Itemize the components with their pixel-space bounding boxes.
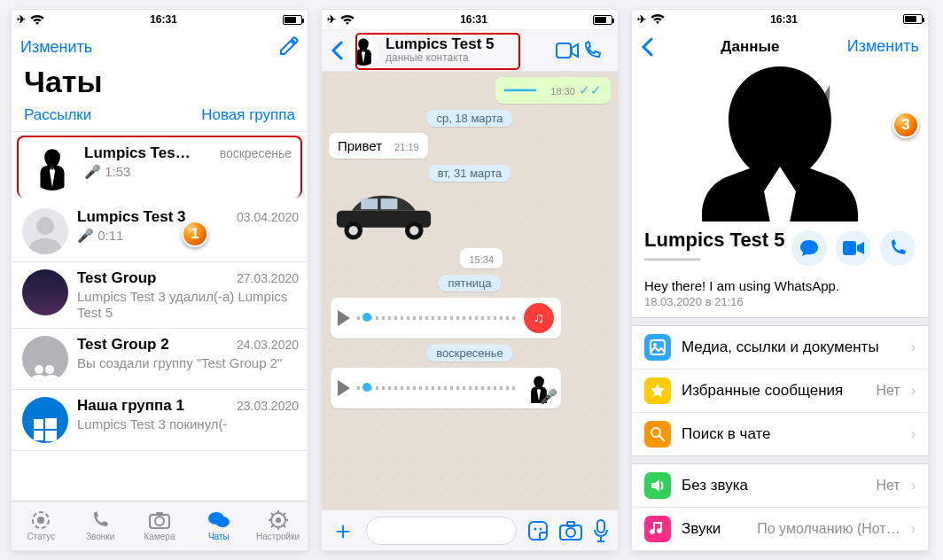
date-separator: ср, 18 марта (427, 110, 511, 127)
gear-icon (267, 510, 290, 530)
date-separator: вт, 31 марта (429, 165, 511, 182)
camera-icon (148, 510, 171, 530)
newgroup-link[interactable]: Новая группа (201, 106, 295, 124)
broadcast-link[interactable]: Рассылки (24, 106, 91, 124)
svg-rect-27 (361, 198, 378, 209)
search-icon (644, 421, 671, 447)
music-badge-icon: ♫ (524, 303, 554, 333)
input-toolbar: ＋ (322, 509, 618, 550)
video-call-icon[interactable] (556, 43, 582, 58)
call-icon[interactable] (582, 41, 609, 60)
sender-avatar: 🎤 (524, 373, 554, 403)
step-badge-1: 1 (182, 221, 208, 247)
chat-search[interactable]: Поиск в чате › (632, 413, 928, 455)
play-icon[interactable] (338, 380, 350, 396)
svg-point-9 (37, 517, 44, 524)
sticker-car[interactable] (331, 188, 437, 243)
voice-waveform[interactable] (357, 316, 517, 320)
voice-waveform[interactable] (357, 386, 517, 390)
mic-icon[interactable] (593, 519, 609, 542)
message-out[interactable]: ━━━━ 18:30 ✓✓ (495, 77, 611, 104)
wifi-icon (340, 15, 355, 25)
edit-button[interactable]: Изменить (847, 37, 919, 56)
highlight-box (355, 33, 520, 70)
svg-rect-4 (34, 419, 43, 429)
svg-point-43 (653, 343, 657, 346)
avatar (22, 208, 68, 254)
chat-name: Lumpics Tes… (84, 144, 191, 162)
chat-list: Lumpics Tes… воскресенье 🎤 1:53 1 Lumpic… (12, 132, 308, 501)
svg-rect-39 (597, 520, 604, 533)
about-date: 18.03.2020 в 21:16 (632, 295, 928, 317)
tab-bar: Статус Звонки Камера Чаты Настройки (12, 501, 308, 550)
avatar (29, 144, 75, 191)
svg-point-32 (409, 226, 418, 235)
svg-rect-25 (557, 43, 571, 58)
back-button[interactable] (331, 41, 348, 60)
status-icon (29, 510, 52, 530)
speaker-icon (644, 472, 671, 499)
svg-point-11 (155, 517, 164, 525)
tab-calls[interactable]: Звонки (71, 502, 130, 550)
chat-body[interactable]: ━━━━ 18:30 ✓✓ ср, 18 марта Привет21:19 в… (322, 72, 618, 509)
tab-settings[interactable]: Настройки (248, 502, 308, 550)
mute-row[interactable]: Без звука Нет › (632, 464, 928, 508)
back-button[interactable] (641, 37, 653, 57)
date-separator: пятница (439, 275, 500, 292)
svg-point-3 (45, 365, 54, 374)
chats-icon (207, 510, 230, 530)
profile-photo[interactable] (632, 65, 928, 222)
tab-camera[interactable]: Камера (130, 502, 190, 550)
tab-status[interactable]: Статус (12, 502, 71, 550)
status-bar: ✈︎ 16:31 (322, 10, 618, 29)
svg-rect-28 (381, 198, 398, 209)
svg-rect-6 (34, 431, 43, 440)
message-input[interactable] (366, 517, 517, 545)
attach-icon[interactable]: ＋ (331, 514, 355, 548)
chat-row[interactable]: Lumpics Test 3 03.04.2020 🎤 0:11 (12, 201, 308, 262)
status-bar: ✈︎ 16:31 (12, 10, 308, 29)
svg-line-24 (283, 513, 285, 516)
svg-point-14 (215, 517, 230, 527)
page-title: Данные (653, 38, 847, 56)
svg-point-34 (534, 527, 537, 530)
avatar (22, 269, 68, 315)
mic-icon: 🎤 (84, 164, 101, 179)
wifi-icon (30, 15, 44, 25)
chevron-right-icon: › (911, 339, 916, 355)
sticker-icon[interactable] (527, 520, 549, 541)
avatar (22, 397, 68, 443)
svg-line-22 (283, 525, 285, 527)
status-bar: ✈︎ 16:31 (632, 10, 928, 29)
video-button[interactable] (836, 230, 871, 266)
wifi-icon (651, 14, 665, 24)
camera-icon[interactable] (559, 521, 582, 541)
svg-rect-42 (651, 340, 665, 354)
chat-row[interactable]: Lumpics Tes… воскресенье 🎤 1:53 (17, 136, 302, 198)
voice-message[interactable]: ♫ (331, 298, 561, 338)
avatar (22, 336, 68, 382)
chat-row[interactable]: Test Group 2 24.03.2020 Вы создали групп… (12, 329, 308, 390)
message-in[interactable]: Привет21:19 (329, 133, 428, 159)
voice-message[interactable]: 🎤 (331, 368, 561, 408)
chat-row[interactable]: Test Group 27.03.2020 Lumpics Test 3 уда… (12, 262, 308, 329)
step-badge-3: 3 (892, 112, 919, 138)
media-links-docs[interactable]: Медиа, ссылки и документы › (632, 326, 928, 369)
sounds-row[interactable]: Звуки По умолчанию (Нот… › (632, 508, 928, 550)
call-button[interactable] (880, 230, 916, 266)
tab-chats[interactable]: Чаты (189, 502, 248, 550)
svg-point-1 (36, 217, 54, 235)
battery-icon (593, 15, 612, 25)
message-button[interactable] (791, 230, 827, 266)
screen-conversation: ✈︎ 16:31 Lumpics Test 5 данные контакта … (321, 9, 619, 551)
edit-button[interactable]: Изменить (20, 38, 92, 57)
phone-icon (89, 510, 112, 530)
compose-icon[interactable] (277, 36, 299, 58)
chevron-right-icon: › (911, 383, 916, 399)
starred-messages[interactable]: Избранные сообщения Нет › (632, 369, 928, 413)
airplane-icon: ✈︎ (637, 13, 646, 26)
mic-icon: 🎤 (77, 228, 94, 243)
chevron-right-icon: › (911, 478, 916, 494)
chat-row[interactable]: Наша группа 1 23.03.2020 Lumpics Test 3 … (12, 390, 308, 451)
play-icon[interactable] (338, 310, 350, 326)
